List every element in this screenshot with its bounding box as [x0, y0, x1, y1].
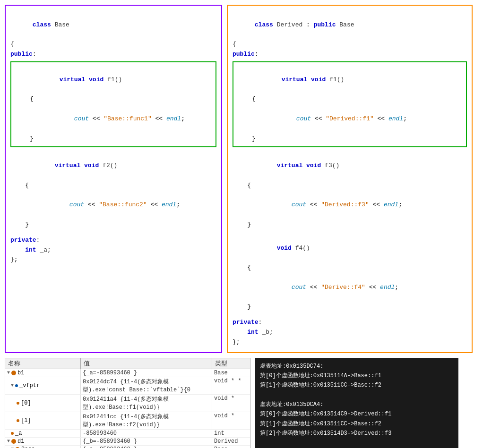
derived-f4-block: void f4() { cout << "Derive::f4" << endl… [233, 234, 467, 312]
console-line-3: 第[1]个虚函数地址:0x013511CC->Base::f2 [260, 380, 454, 390]
watch-cell-b1-1-type: void * [212, 412, 250, 429]
watch-col-val-header: 值 [81, 358, 212, 369]
base-class-title: class Base [10, 10, 216, 40]
watch-cell-b1-1-val: 0x012411cc {11-4(多态对象模型).exe!Base::f2(vo… [81, 412, 212, 429]
derived-private: private: int _b; }; [233, 318, 467, 347]
derived-f3-block: virtual void f3() { cout << "Derived::f3… [233, 151, 467, 229]
base-f2-brace-close: } [10, 220, 216, 230]
circle-blue-icon [15, 384, 18, 387]
watch-row-d1-base: ▼ Base {_a=-858993460 } Base [5, 446, 250, 448]
watch-cell-d1-base-type: Base [212, 446, 250, 448]
watch-cell-b1-vfptr-name: ▼ _vfptr [5, 377, 81, 394]
base-f1-block: virtual void f1() { cout << "Base::func1… [10, 61, 216, 147]
watch-cell-b1-0-val: 0x012411a4 {11-4(多态对象模型).exe!Base::f1(vo… [81, 395, 212, 412]
console-line-2: 第[0]个虚函数地址:0x0135114A->Base::f1 [260, 371, 454, 380]
derived-class-panel: class Derived : public Base { public: vi… [227, 5, 473, 353]
console-line-1: 虚表地址:0x0135DC74: [260, 362, 454, 371]
watch-cell-b1-a-type: int [212, 430, 250, 437]
console-line-4 [260, 390, 454, 400]
base-f2-decl: virtual void f2() [10, 151, 216, 180]
derived-public: public: [233, 50, 467, 59]
dot-icon-b1-0 [17, 402, 19, 405]
base-public: public: [10, 50, 216, 59]
console-line-8: 第[2]个虚函数地址:0x013514D3->Derived::f3 [260, 429, 454, 438]
watch-col-name-header: 名称 [5, 358, 81, 369]
circle-icon-d1 [11, 439, 16, 444]
watch-header: 名称 值 类型 [5, 358, 250, 369]
watch-cell-b1-a-name: _a [5, 430, 81, 437]
watch-cell-b1-val: {_a=-858993460 } [81, 369, 212, 377]
watch-row-b1-1: [1] 0x012411cc {11-4(多态对象模型).exe!Base::f… [5, 412, 250, 430]
watch-row-d1: ▼ d1 {_b=-858993460 } Derived [5, 438, 250, 446]
triangle-down-d1-icon: ▼ [7, 439, 10, 444]
dot-orange-icon [11, 432, 14, 435]
watch-cell-d1-base-name: ▼ Base [5, 446, 81, 448]
base-private: private: int _a; }; [10, 236, 216, 265]
base-f2-block: virtual void f2() { cout << "Base::func2… [10, 151, 216, 229]
base-f2-brace-open: { [10, 181, 216, 191]
dot-icon-b1-1 [17, 419, 19, 422]
derived-brace-open: { [233, 40, 467, 50]
watch-cell-d1-name: ▼ d1 [5, 438, 81, 445]
base-f1-decl: virtual void f1() [15, 65, 212, 94]
console-line-6: 第[0]个虚函数地址:0x013514C9->Derived::f1 [260, 409, 454, 419]
base-f1-body: cout << "Base::func1" << endl; [15, 104, 212, 134]
watch-window: 名称 值 类型 ▼ b1 {_a=-858993460 } Base ▼ _vf… [5, 358, 250, 448]
watch-row-b1-vfptr: ▼ _vfptr 0x0124dc74 {11-4(多态对象模型).exe!co… [5, 377, 250, 395]
watch-cell-b1-1-name: [1] [5, 412, 81, 429]
triangle-down-icon: ▼ [11, 383, 14, 388]
middle-section: 名称 值 类型 ▼ b1 {_a=-858993460 } Base ▼ _vf… [0, 358, 500, 448]
circle-icon-b1 [11, 371, 16, 375]
watch-cell-b1-vfptr-type: void * * [212, 377, 250, 394]
triangle-down-icon: ▼ [7, 370, 10, 375]
console-line-7: 第[1]个虚函数地址:0x013511CC->Base::f2 [260, 419, 454, 429]
top-section: class Base { public: virtual void f1() {… [0, 0, 500, 358]
watch-cell-d1-base-val: {_a=-858993460 } [81, 446, 212, 448]
derived-f1-block: virtual void f1() { cout << "Derived::f1… [233, 61, 467, 147]
base-f1-brace-open: { [15, 94, 212, 104]
base-f2-body: cout << "Base::func2" << endl; [10, 191, 216, 220]
derived-class-title: class Derived : public Base [233, 10, 467, 40]
watch-cell-d1-val: {_b=-858993460 } [81, 438, 212, 445]
base-f1-brace-close: } [15, 134, 212, 144]
watch-cell-b1-0-name: [0] [5, 395, 81, 412]
base-brace-open: { [10, 40, 216, 50]
watch-cell-d1-type: Derived [212, 438, 250, 445]
watch-cell-b1-a-val: -858993460 [81, 430, 212, 437]
watch-row-b1-a: _a -858993460 int [5, 430, 250, 438]
watch-row-b1-0: [0] 0x012411a4 {11-4(多态对象模型).exe!Base::f… [5, 395, 250, 412]
watch-cell-b1-0-type: void * [212, 395, 250, 412]
base-class-panel: class Base { public: virtual void f1() {… [5, 5, 222, 353]
watch-cell-b1-vfptr-val: 0x0124dc74 {11-4(多态对象模型).exe!const Base:… [81, 377, 212, 394]
console-panel: 虚表地址:0x0135DC74: 第[0]个虚函数地址:0x0135114A->… [255, 358, 458, 448]
watch-col-type-header: 类型 [212, 358, 250, 369]
watch-row-b1: ▼ b1 {_a=-858993460 } Base [5, 369, 250, 377]
console-line-5: 虚表地址:0x0135DCA4: [260, 400, 454, 409]
watch-cell-b1-type: Base [212, 369, 250, 377]
watch-cell-b1-name: ▼ b1 [5, 369, 81, 377]
